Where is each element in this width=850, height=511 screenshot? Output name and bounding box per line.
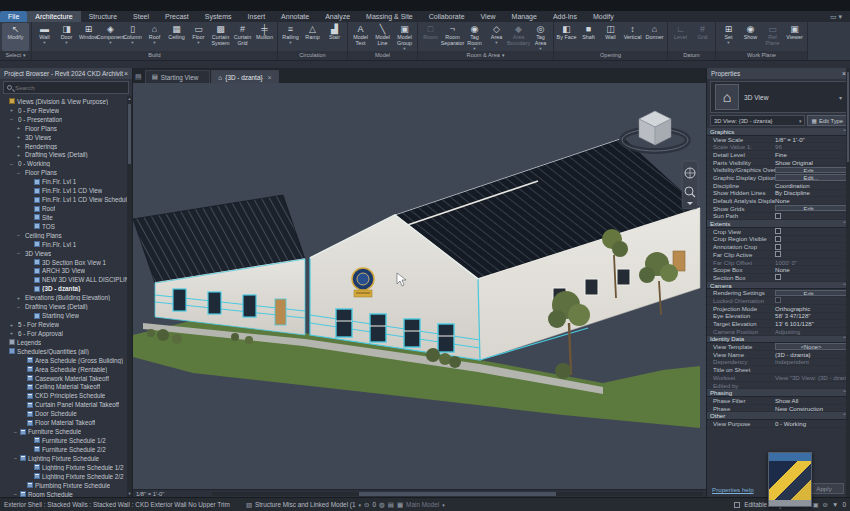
- tree-item[interactable]: Lighting Fixture Schedule 1/2: [0, 463, 132, 472]
- editing-requests-icon[interactable]: ⊙: [364, 501, 369, 509]
- property-row[interactable]: Sun Path: [707, 213, 850, 221]
- tree-item[interactable]: 3D Section Box View 1: [0, 258, 132, 267]
- property-row[interactable]: View Template <None>: [707, 343, 850, 351]
- property-row[interactable]: View Scale 1/8" = 1'-0": [707, 136, 850, 144]
- property-row[interactable]: Crop Region Visible: [707, 236, 850, 244]
- view-tab[interactable]: ▤ Starting View: [145, 70, 211, 83]
- property-row[interactable]: Identity Data: [707, 336, 850, 344]
- ribbon-tab[interactable]: Systems: [197, 11, 240, 22]
- ribbon-panel-label[interactable]: Select▾: [0, 51, 31, 60]
- design-option-dropdown[interactable]: Structure Misc and Linked Model (1: [255, 501, 356, 508]
- ribbon-button[interactable]: ╪Mullion: [254, 23, 275, 51]
- ribbon-button[interactable]: ◉Tag Room▾: [464, 23, 485, 51]
- edit-type-button[interactable]: ▦ Edit Type: [807, 115, 847, 126]
- ribbon-button[interactable]: ■Shaft: [578, 23, 599, 51]
- tree-item[interactable]: Fin.Flr. Lvl 1 CD View Schedule on She: [0, 195, 132, 204]
- close-tab-icon[interactable]: ×: [268, 74, 272, 81]
- property-row[interactable]: Target Elevation 13' 6 101/128": [707, 320, 850, 328]
- ribbon-panel-label[interactable]: Room & Area▾: [418, 51, 553, 60]
- worksharing-icon[interactable]: ◍: [379, 501, 385, 509]
- chevron-down-icon[interactable]: ▾: [839, 94, 842, 101]
- ribbon-panel-label[interactable]: Datum: [668, 51, 715, 60]
- ribbon-tab[interactable]: Insert: [240, 11, 274, 22]
- property-row[interactable]: Dependency Independent: [707, 359, 850, 367]
- ribbon-button[interactable]: ▬Wall▾: [34, 23, 55, 51]
- property-row[interactable]: Far Clip Offset 1000' 0": [707, 259, 850, 267]
- view-scale-button[interactable]: 1/8" = 1'-0": [136, 491, 164, 497]
- ribbon-button[interactable]: ≡Railing▾: [280, 23, 301, 51]
- property-row[interactable]: Locked Orientation: [707, 297, 850, 305]
- select-by-face-toggle-icon[interactable]: ▣: [812, 501, 818, 509]
- property-row[interactable]: Scale Value 1: 96: [707, 143, 850, 151]
- ribbon-button[interactable]: ◉Show: [740, 23, 761, 51]
- expand-collapse-icon[interactable]: +: [16, 125, 21, 131]
- browser-scrollbar[interactable]: ▲ ▼: [127, 96, 132, 497]
- ribbon-tab[interactable]: Structure: [81, 11, 125, 22]
- close-icon[interactable]: ×: [124, 70, 128, 77]
- expand-collapse-icon[interactable]: +: [16, 134, 21, 140]
- tree-item[interactable]: − 0 - Presentation: [0, 115, 132, 124]
- properties-help-link[interactable]: Properties help: [712, 486, 754, 493]
- ribbon-button[interactable]: AModel Text: [350, 23, 371, 51]
- expand-collapse-icon[interactable]: +: [16, 143, 21, 149]
- tree-item[interactable]: − 0 - Working: [0, 159, 132, 168]
- ribbon-button[interactable]: ▩Curtain System: [210, 23, 231, 51]
- ribbon-tab[interactable]: File: [0, 11, 27, 22]
- ribbon-panel-label[interactable]: Circulation: [278, 51, 347, 60]
- tree-item[interactable]: + 3D Views: [0, 133, 132, 142]
- expand-collapse-icon[interactable]: +: [16, 295, 21, 301]
- ribbon-button[interactable]: ▣Viewer: [784, 23, 805, 51]
- expand-collapse-icon[interactable]: −: [9, 116, 14, 122]
- ribbon-tab[interactable]: Add-Ins: [545, 11, 585, 22]
- property-row[interactable]: Scope Box None: [707, 266, 850, 274]
- ribbon-button[interactable]: ⌂Roof▾: [144, 23, 165, 51]
- expand-collapse-icon[interactable]: −: [13, 429, 18, 435]
- tree-item[interactable]: Starting View: [0, 311, 132, 320]
- expand-collapse-icon[interactable]: +: [9, 330, 14, 336]
- property-row[interactable]: Extents: [707, 220, 850, 228]
- ribbon-button[interactable]: ◎Tag Area▾: [530, 23, 551, 51]
- property-row[interactable]: Show Grids Edit...: [707, 205, 850, 213]
- tree-item[interactable]: TOS: [0, 222, 132, 231]
- tree-item[interactable]: Casework Material Takeoff: [0, 374, 132, 383]
- ribbon-tab[interactable]: Steel: [125, 11, 157, 22]
- property-row[interactable]: Other: [707, 412, 850, 420]
- property-row[interactable]: Section Box: [707, 274, 850, 282]
- search-input[interactable]: [15, 84, 125, 91]
- tree-item[interactable]: Furniture Schedule 2/2: [0, 445, 132, 454]
- tree-item[interactable]: + 5 - For Review: [0, 320, 132, 329]
- ribbon-button[interactable]: ◫Wall: [600, 23, 621, 51]
- ribbon-tab[interactable]: Architecture: [27, 11, 80, 22]
- ribbon-button[interactable]: ◨Door▾: [56, 23, 77, 51]
- tree-item[interactable]: Site: [0, 213, 132, 222]
- property-row[interactable]: Graphics: [707, 128, 850, 136]
- property-row[interactable]: Show Hidden Lines By Discipline: [707, 190, 850, 198]
- expand-collapse-icon[interactable]: −: [16, 304, 21, 310]
- ribbon-display-toggle[interactable]: ▭ ▾: [830, 13, 842, 21]
- ribbon-button[interactable]: ◇Area▾: [486, 23, 507, 51]
- tree-item[interactable]: Lighting Fixture Schedule 2/2: [0, 472, 132, 481]
- property-row[interactable]: Visibility/Graphics Overri... Edit...: [707, 166, 850, 174]
- tree-item[interactable]: Fin.Flr. Lvl 1: [0, 240, 132, 249]
- tree-item[interactable]: + Elevations (Building Elevation): [0, 293, 132, 302]
- tree-item[interactable]: Views (Division & View Purpose): [0, 97, 132, 106]
- drag-on-selection-toggle-icon[interactable]: ⊘: [823, 501, 828, 509]
- view-tab[interactable]: ⌂ {3D - dzanta} ×: [211, 70, 278, 83]
- ribbon-button[interactable]: ⌂Dormer: [644, 23, 665, 51]
- tree-item[interactable]: − Drafting Views (Detail): [0, 302, 132, 311]
- property-row[interactable]: Crop View: [707, 228, 850, 236]
- ribbon-button[interactable]: ▭Ref Plane: [762, 23, 783, 51]
- ribbon-button[interactable]: #Curtain Grid: [232, 23, 253, 51]
- property-row[interactable]: Phasing: [707, 389, 850, 397]
- active-workset-dropdown[interactable]: Main Model: [406, 501, 439, 508]
- property-row[interactable]: View Name {3D - dzanta}: [707, 351, 850, 359]
- view-list-icon[interactable]: ▤: [135, 73, 142, 81]
- ribbon-button[interactable]: ▟Stair: [324, 23, 345, 51]
- 3d-viewport[interactable]: [133, 83, 706, 489]
- property-row[interactable]: Projection Mode Orthographic: [707, 305, 850, 313]
- tree-item[interactable]: − Furniture Schedule: [0, 427, 132, 436]
- expand-collapse-icon[interactable]: +: [9, 107, 14, 113]
- tree-item[interactable]: Plumbing Fixture Schedule: [0, 481, 132, 490]
- ribbon-button[interactable]: ∟Level: [670, 23, 691, 51]
- tree-item[interactable]: + 0 - For Review: [0, 106, 132, 115]
